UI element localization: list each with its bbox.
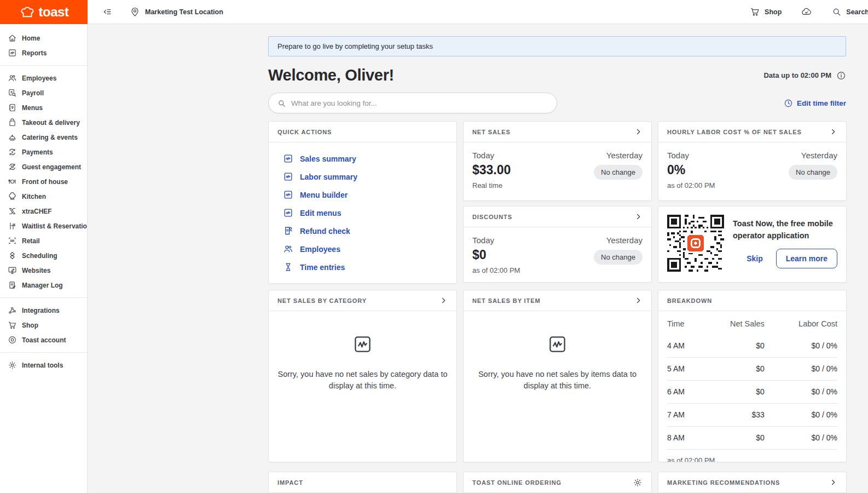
sidebar-item-home[interactable]: Home xyxy=(0,31,87,45)
refund-check-icon xyxy=(283,226,293,236)
dashboard-searchbox[interactable] xyxy=(268,93,557,113)
chart-icon xyxy=(283,208,293,218)
toast-online-ordering-card: TOAST ONLINE ORDERING xyxy=(463,472,652,493)
chevron-right-icon[interactable] xyxy=(829,128,837,136)
discounts-value: $0 xyxy=(472,248,520,262)
location-name: Marketing Test Location xyxy=(145,8,223,16)
sidebar-item-scheduling[interactable]: Scheduling xyxy=(0,248,87,263)
search-icon xyxy=(277,99,286,108)
sidebar-item-front-of-house[interactable]: Front of house xyxy=(0,174,87,189)
edit-time-filter-button[interactable]: Edit time filter xyxy=(784,99,846,108)
table-row: 4 AM $0 $0 / 0% xyxy=(667,335,837,358)
sidebar-item-catering-events[interactable]: Catering & events xyxy=(0,130,87,145)
breakdown-col-net-sales: Net Sales xyxy=(700,311,765,335)
toast-logo[interactable]: toast xyxy=(0,0,88,24)
payroll-icon: $ xyxy=(8,88,17,98)
table-row: 8 AM $0 $0 / 0% xyxy=(667,427,837,450)
toast-now-qr-code xyxy=(667,215,724,272)
breakdown-col-labor-cost: Labor Cost xyxy=(765,311,837,335)
sidebar-item-internal-tools[interactable]: Internal tools xyxy=(0,358,87,372)
menus-icon xyxy=(8,103,17,112)
chevron-right-icon[interactable] xyxy=(829,478,837,486)
net-sales-header: NET SALES xyxy=(464,122,651,142)
breakdown-header: BREAKDOWN xyxy=(658,290,846,311)
cart-icon xyxy=(750,7,760,17)
integrations-icon xyxy=(8,306,17,315)
takeout-bag-icon xyxy=(8,118,17,127)
hourly-labor-change-badge: No change xyxy=(789,165,837,180)
search-button[interactable]: Search xyxy=(831,7,868,17)
sidebar-item-manager-log[interactable]: Manager Log xyxy=(0,278,87,293)
hourly-labor-header: HOURLY LABOR COST % OF NET SALES xyxy=(658,122,846,142)
quick-action-sales-summary[interactable]: Sales summary xyxy=(283,153,442,164)
sidebar-divider xyxy=(0,65,87,66)
chart-icon xyxy=(283,153,293,164)
table-row: 5 AM $0 $0 / 0% xyxy=(667,358,837,381)
info-icon[interactable] xyxy=(836,71,846,81)
sync-status-button[interactable] xyxy=(801,7,812,17)
sidebar-item-integrations[interactable]: Integrations xyxy=(0,303,87,318)
chevron-right-icon[interactable] xyxy=(634,128,643,136)
sidebar-item-retail[interactable]: Retail xyxy=(0,233,87,248)
sidebar-item-payroll[interactable]: $ Payroll xyxy=(0,85,87,100)
sidebar-item-kitchen[interactable]: Kitchen xyxy=(0,189,87,204)
quick-action-menu-builder[interactable]: Menu builder xyxy=(283,190,442,200)
breakdown-table: Time Net Sales Labor Cost 4 AM $0 $0 / 0… xyxy=(667,311,837,449)
net-sales-by-item-header: NET SALES BY ITEM xyxy=(464,290,651,311)
sidebar-item-employees[interactable]: Employees xyxy=(0,71,87,85)
learn-more-button[interactable]: Learn more xyxy=(776,249,837,268)
quick-actions-list: Sales summary Labor summary Menu builder xyxy=(269,142,456,284)
breakdown-footer: as of 02:00 PM xyxy=(667,449,837,462)
discounts-header: DISCOUNTS xyxy=(464,207,651,227)
sidebar-item-websites[interactable]: Websites xyxy=(0,263,87,278)
shop-button[interactable]: Shop xyxy=(750,7,782,17)
net-sales-value: $33.00 xyxy=(472,163,511,177)
toast-bread-icon xyxy=(19,4,36,20)
location-selector[interactable]: Marketing Test Location xyxy=(130,7,223,17)
table-row: 6 AM $0 $0 / 0% xyxy=(667,381,837,404)
chevron-right-icon[interactable] xyxy=(634,213,643,221)
guest-engagement-icon xyxy=(8,162,17,171)
quick-action-refund-check[interactable]: Refund check xyxy=(283,226,442,236)
gear-icon[interactable] xyxy=(633,478,643,488)
search-icon xyxy=(831,7,842,17)
sidebar-item-guest-engagement[interactable]: Guest engagement xyxy=(0,159,87,174)
search-input[interactable] xyxy=(291,99,548,107)
sidebar-item-toast-account[interactable]: Toast account xyxy=(0,333,87,347)
clock-icon xyxy=(784,99,793,108)
retail-barcode-icon xyxy=(8,236,17,245)
empty-state: Sorry, you have no net sales by items da… xyxy=(464,311,651,392)
collapse-sidebar-icon[interactable] xyxy=(102,7,112,17)
waitlist-reservations-icon xyxy=(8,221,17,231)
impact-card: IMPACT xyxy=(268,472,457,493)
sidebar-item-menus[interactable]: Menus xyxy=(0,100,87,115)
home-icon xyxy=(8,33,17,43)
net-sales-card: NET SALES Today $33.00 Real time Yesterd… xyxy=(463,121,652,201)
quick-action-edit-menus[interactable]: Edit menus xyxy=(283,208,442,218)
empty-state: Sorry, you have no net sales by category… xyxy=(269,311,456,392)
hourly-labor-card: HOURLY LABOR COST % OF NET SALES Today 0… xyxy=(658,121,847,201)
hourglass-icon xyxy=(283,262,293,272)
skip-button[interactable]: Skip xyxy=(747,254,763,263)
setup-tasks-banner-text: Prepare to go live by completing your se… xyxy=(277,42,433,50)
chevron-right-icon[interactable] xyxy=(439,296,448,305)
quick-action-time-entries[interactable]: Time entries xyxy=(283,262,442,272)
quick-action-employees[interactable]: Employees xyxy=(283,244,442,254)
sidebar-item-waitlist-reservations[interactable]: Waitlist & Reservations xyxy=(0,219,87,233)
reports-chart-icon xyxy=(8,48,17,58)
quick-action-labor-summary[interactable]: Labor summary xyxy=(283,171,442,182)
sidebar-item-payments[interactable]: $ Payments xyxy=(0,145,87,159)
discounts-change-badge: No change xyxy=(594,250,643,265)
net-sales-change-badge: No change xyxy=(594,165,643,180)
breakdown-card: BREAKDOWN Time Net Sales Labor Cost xyxy=(658,290,847,462)
xtrachef-icon xyxy=(8,207,17,216)
table-row: 7 AM $33 $0 / 0% xyxy=(667,404,837,427)
setup-tasks-banner[interactable]: Prepare to go live by completing your se… xyxy=(268,36,846,56)
chevron-right-icon[interactable] xyxy=(634,296,643,305)
empty-message: Sorry, you have no net sales by category… xyxy=(277,369,448,392)
sidebar-item-takeout-delivery[interactable]: Takeout & delivery xyxy=(0,115,87,130)
sidebar-item-reports[interactable]: Reports xyxy=(0,45,87,60)
sidebar-item-xtrachef[interactable]: xtraCHEF xyxy=(0,204,87,219)
sidebar-item-shop[interactable]: Shop xyxy=(0,318,87,333)
websites-icon xyxy=(8,266,17,275)
